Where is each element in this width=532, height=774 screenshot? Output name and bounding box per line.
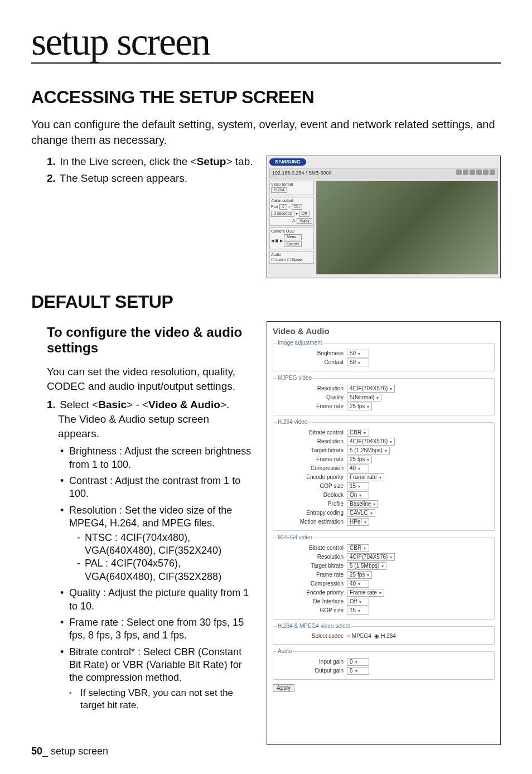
radio-label: H.264 <box>381 633 396 639</box>
h264-compression-select[interactable]: 40 <box>347 465 369 472</box>
bullet-bitrate-text: Bitrate control* : Select CBR (Constant … <box>69 646 242 684</box>
screenshot-video-audio-form: Video & Audio Image adjustment Brightnes… <box>267 321 501 745</box>
group-mpeg4: MPEG4 video Bitrate controlCBR Resolutio… <box>273 534 495 620</box>
bullet-framerate: Frame rate : Select one from 30 fps, 15 … <box>60 616 253 642</box>
bullet-brightness: Brightness : Adjust the screen brightnes… <box>60 445 253 471</box>
listen-checkbox-label[interactable]: Listen <box>275 258 286 262</box>
row-label: Encode priority <box>277 589 347 596</box>
port-value[interactable]: 1 <box>279 204 287 210</box>
mjpeg-framerate-select[interactable]: 25 fps <box>347 403 372 410</box>
group-audio: Audio Input gain0 Output gain5 <box>273 648 495 680</box>
row-label: Encode priority <box>277 474 347 481</box>
page-footer: 50_ setup screen <box>31 746 108 757</box>
brand-badge: SAMSUNG <box>269 158 306 166</box>
mpeg4-deinterlace-select[interactable]: Off <box>347 598 369 606</box>
legend: MPEG4 video <box>277 534 313 541</box>
mjpeg-resolution-select[interactable]: 4CIF(704X576) <box>347 385 395 393</box>
row-label: Compression <box>277 465 347 472</box>
bullet-resolution-text: Resolution : Set the video size of the M… <box>69 505 232 529</box>
dropdown[interactable]: H.264 <box>271 187 287 193</box>
contrast-select[interactable]: 50 <box>347 359 369 366</box>
on-button[interactable]: On <box>292 204 302 210</box>
h264-motion-select[interactable]: HPel <box>347 518 369 526</box>
mpeg4-compression-select[interactable]: 40 <box>347 580 369 588</box>
brightness-select[interactable]: 50 <box>347 350 369 357</box>
panel-label: Alarm output <box>271 199 312 203</box>
group-image-adjustment: Image adjustment Brightness50 Contast50 <box>273 340 495 371</box>
radio-label: MPEG4 <box>352 633 371 639</box>
apply-button[interactable]: Apply <box>273 684 294 692</box>
audio-outputgain-select[interactable]: 5 <box>347 667 369 675</box>
bullet-quality: Quality : Adjust the picture quality fro… <box>60 587 253 613</box>
mpeg4-targetbitrate-select[interactable]: 5 (1.5Mbps) <box>347 562 386 570</box>
step1-pre: Select < <box>60 399 98 410</box>
radio-mpeg4[interactable]: ○ MPEG4 <box>347 633 371 640</box>
mpeg4-encodepriority-select[interactable]: Frame rate <box>347 589 384 597</box>
mpeg4-framerate-select[interactable]: 25 fps <box>347 571 372 579</box>
panel-camera-osd: Camera OSD ◀ ▣ ▶ Menu Cancel <box>269 228 314 249</box>
h264-framerate-select[interactable]: 25 fps <box>347 456 372 463</box>
row-label: Brightness <box>277 350 347 357</box>
row-label: GOP size <box>277 483 347 490</box>
panel-label: Camera OSD <box>271 229 312 234</box>
apply-button[interactable]: Apply <box>297 218 312 224</box>
legend: Image adjustment <box>277 340 323 346</box>
footer-label: setup screen <box>48 746 108 757</box>
video-preview <box>316 181 498 274</box>
step-text-pre: In the Live screen, click the < <box>60 156 197 167</box>
footer-underscore: _ <box>42 746 48 757</box>
h264-profile-select[interactable]: Baseline <box>347 500 378 508</box>
audio-inputgain-select[interactable]: 0 <box>347 658 369 666</box>
legend: H.264 & MPEG4 video select <box>277 623 351 630</box>
mpeg4-resolution-select[interactable]: 4CIF(704X576) <box>347 553 395 561</box>
row-label: Compression <box>277 580 347 587</box>
h264-bitrate-select[interactable]: CBR <box>347 429 369 437</box>
group-codec-select: H.264 & MPEG4 video select Select codec … <box>273 623 495 645</box>
heading-default-setup: DEFAULT SETUP <box>31 292 501 312</box>
row-label: De-Interlace <box>277 598 347 605</box>
step-number: 2. <box>47 172 56 184</box>
speak-checkbox-label[interactable]: Speak <box>292 258 303 262</box>
port-label: Port <box>271 205 278 209</box>
row-label: Bitrate control <box>277 429 347 436</box>
mpeg4-bitrate-select[interactable]: CBR <box>347 544 369 552</box>
row-label: Deblock <box>277 492 347 499</box>
mjpeg-quality-select[interactable]: 5(Normal) <box>347 394 381 401</box>
row-label: Target bitrate <box>277 563 347 569</box>
h264-entropy-select[interactable]: CAVLC <box>347 509 375 517</box>
row-label: Bitrate control <box>277 545 347 552</box>
screenshot-live-view: SAMSUNG 192.168.0.254 / SNB-3000 Video f… <box>267 156 501 278</box>
group-h264: H.264 video Bitrate controlCBR Resolutio… <box>273 419 495 531</box>
row-label: Frame rate <box>277 572 347 578</box>
panel-label: Audio <box>271 253 312 257</box>
row-label: Target bitrate <box>277 447 347 454</box>
menu-button[interactable]: Menu <box>284 234 302 240</box>
step-text-post: > tab. <box>226 156 253 167</box>
step-2: 2. The Setup screen appears. <box>47 172 253 185</box>
duration-select[interactable]: 3 seconds <box>271 211 294 216</box>
h264-resolution-select[interactable]: 4CIF(704X576) <box>347 438 395 446</box>
row-label: Resolution <box>277 385 347 392</box>
row-label: Profile <box>277 501 347 507</box>
mpeg4-gop-select[interactable]: 15 <box>347 607 369 615</box>
sub-pal: PAL : 4CIF(704x576), VGA(640X480), CIF(3… <box>77 557 253 583</box>
panel-audio: Audio ☐ Listen ☐ Speak <box>269 251 314 264</box>
h264-encodepriority-select[interactable]: Frame rate <box>347 473 384 481</box>
radio-h264[interactable]: ◉ H.264 <box>374 633 395 640</box>
heading-accessing: ACCESSING THE SETUP SCREEN <box>31 87 501 108</box>
chapter-title: setup screen <box>31 22 501 64</box>
legend: Audio <box>277 648 293 655</box>
lead-paragraph: You can configure the default setting, s… <box>31 117 501 148</box>
h264-deblock-select[interactable]: On <box>347 491 369 499</box>
group-mjpeg: MJPEG video Resolution4CIF(704X576) Qual… <box>273 375 495 415</box>
off-button[interactable]: Off <box>299 211 309 216</box>
row-label: Contast <box>277 359 347 366</box>
row-label: Motion estimation <box>277 519 347 525</box>
screenshot-topbar: 192.168.0.254 / SNB-3000 <box>269 168 498 178</box>
cancel-button[interactable]: Cancel <box>284 241 302 247</box>
intro-text: You can set the video resolution, qualit… <box>47 365 253 393</box>
row-label: Frame rate <box>277 403 347 410</box>
h264-gop-select[interactable]: 15 <box>347 482 369 490</box>
h264-targetbitrate-select[interactable]: 5 (1.25Mbps) <box>347 447 390 454</box>
dpad-icon[interactable]: ◀ ▣ ▶ <box>271 239 283 243</box>
